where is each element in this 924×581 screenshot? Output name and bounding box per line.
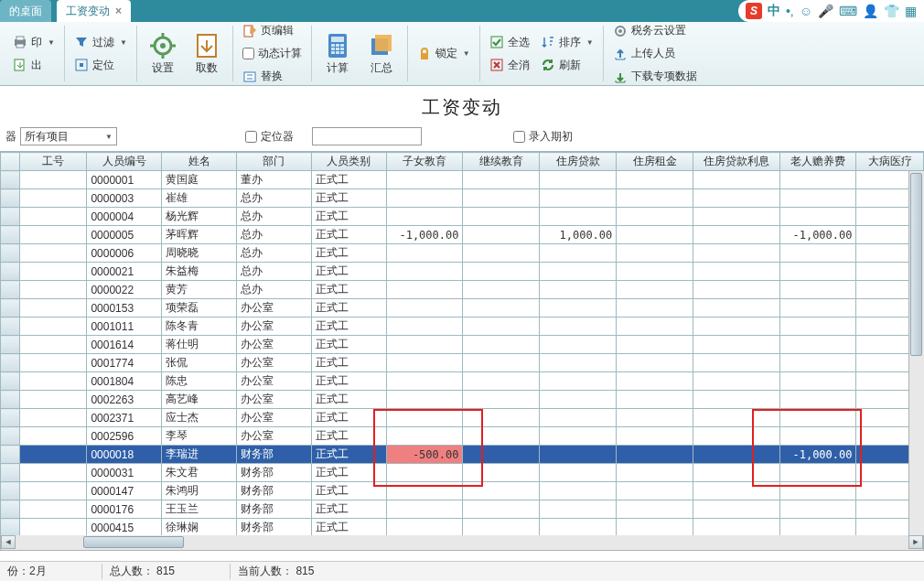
- table-row[interactable]: 0000001黄国庭董办正式工: [1, 171, 924, 189]
- status-bar: 份：2月 总人数： 815 当前人数： 815: [0, 561, 924, 581]
- svg-rect-29: [491, 37, 502, 48]
- svg-rect-18: [336, 44, 339, 47]
- svg-rect-14: [244, 72, 255, 81]
- svg-rect-16: [331, 37, 344, 42]
- table-row[interactable]: 0001011陈冬青办公室正式工: [1, 317, 924, 336]
- col-header[interactable]: 姓名: [162, 153, 237, 171]
- filter-row: 器 所有项目▼ 定位器 录入期初: [0, 125, 924, 151]
- col-header[interactable]: 子女教育: [386, 153, 463, 171]
- ime-mic-icon[interactable]: 🎤: [818, 4, 833, 18]
- table-row[interactable]: 0000147朱鸿明财务部正式工: [1, 482, 924, 500]
- sort-button[interactable]: 排序▼: [537, 33, 597, 52]
- col-header[interactable]: 住房租金: [617, 153, 693, 171]
- table-row[interactable]: 0000022黄芳总办正式工: [1, 281, 924, 299]
- vertical-scrollbar[interactable]: [908, 171, 924, 535]
- ime-shirt-icon[interactable]: 👕: [884, 4, 899, 18]
- col-header[interactable]: [1, 153, 20, 171]
- col-header[interactable]: 继续教育: [463, 153, 540, 171]
- svg-rect-1: [16, 37, 24, 40]
- svg-rect-5: [80, 63, 83, 67]
- locator-checkbox[interactable]: 定位器: [245, 129, 294, 145]
- ime-user-icon[interactable]: 👤: [863, 4, 878, 18]
- selall-button[interactable]: 全选: [486, 33, 533, 52]
- table-row[interactable]: 0000018李瑞进财务部正式工-500.00-1,000.00: [1, 446, 924, 464]
- tab-desktop[interactable]: 的桌面: [0, 0, 51, 22]
- table-row[interactable]: 0000003崔雄总办正式工: [1, 189, 924, 208]
- refresh-button[interactable]: 刷新: [537, 56, 597, 75]
- svg-point-32: [618, 29, 622, 33]
- svg-rect-17: [331, 44, 335, 47]
- ribbon: 印▼ 出 过滤▼ 定位 设置 取数 页编辑 动态计算 替换 计算 汇总 锁定▼ …: [0, 22, 924, 86]
- summary-button[interactable]: 汇总: [361, 29, 402, 78]
- item-combobox[interactable]: 所有项目▼: [20, 127, 117, 145]
- period-checkbox[interactable]: 录入期初: [513, 129, 573, 145]
- table-row[interactable]: 0000004杨光辉总办正式工: [1, 208, 924, 226]
- close-icon[interactable]: ×: [115, 5, 122, 17]
- svg-rect-23: [331, 51, 335, 54]
- ime-punct-icon[interactable]: •,: [786, 4, 794, 18]
- status-current: 当前人数： 815: [230, 564, 314, 579]
- export-button[interactable]: 出: [9, 56, 59, 75]
- svg-rect-27: [375, 35, 392, 51]
- locate-button[interactable]: 定位: [70, 56, 131, 75]
- table-row[interactable]: 0001774张侃办公室正式工: [1, 354, 924, 372]
- tax-button[interactable]: 税务云设置: [609, 21, 701, 40]
- calc-button[interactable]: 计算: [317, 29, 358, 78]
- table-row[interactable]: 0002371应士杰办公室正式工: [1, 409, 924, 427]
- status-month: 份：2月: [7, 564, 47, 579]
- settings-button[interactable]: 设置: [143, 29, 183, 78]
- table-row[interactable]: 0000021朱益梅总办正式工: [1, 263, 924, 281]
- print-button[interactable]: 印▼: [9, 33, 59, 52]
- dyncalc-checkbox[interactable]: 动态计算: [239, 44, 306, 63]
- status-total: 总人数： 815: [102, 564, 175, 579]
- ime-toolbar: S 中 •, ☺ 🎤 ⌨ 👤 👕 ▦: [738, 0, 924, 22]
- col-header[interactable]: 住房贷款利息: [693, 153, 779, 171]
- table-row[interactable]: 0000031朱文君财务部正式工: [1, 464, 924, 482]
- sogou-icon[interactable]: S: [746, 3, 762, 19]
- table-row[interactable]: 0002596李琴办公室正式工: [1, 427, 924, 446]
- svg-rect-25: [340, 51, 344, 54]
- col-header[interactable]: 部门: [236, 153, 311, 171]
- ime-grid-icon[interactable]: ▦: [905, 4, 917, 18]
- svg-rect-28: [421, 53, 428, 59]
- ime-emoji-icon[interactable]: ☺: [800, 4, 812, 18]
- table-row[interactable]: 0001614蒋仕明办公室正式工: [1, 336, 924, 354]
- fetch-button[interactable]: 取数: [187, 29, 227, 78]
- pageedit-button[interactable]: 页编辑: [239, 21, 306, 40]
- tab-salary-change[interactable]: 工资变动×: [57, 0, 131, 22]
- svg-rect-22: [340, 48, 344, 50]
- table-row[interactable]: 0000176王玉兰财务部正式工: [1, 500, 924, 519]
- table-row[interactable]: 0000006周晓晓总办正式工: [1, 244, 924, 263]
- col-header[interactable]: 工号: [19, 153, 86, 171]
- horizontal-scrollbar[interactable]: ◄►: [0, 535, 924, 551]
- svg-rect-20: [331, 48, 335, 50]
- selnone-button[interactable]: 全消: [486, 56, 533, 75]
- page-title: 工资变动: [0, 86, 924, 125]
- download-button[interactable]: 下载专项数据: [609, 67, 701, 86]
- col-header[interactable]: 老人赡养费: [779, 153, 856, 171]
- data-grid[interactable]: 工号人员编号姓名部门人员类别子女教育继续教育住房贷款住房租金住房贷款利息老人赡养…: [0, 151, 924, 535]
- tab-bar: 的桌面 工资变动× S 中 •, ☺ 🎤 ⌨ 👤 👕 ▦: [0, 0, 924, 22]
- ime-keyboard-icon[interactable]: ⌨: [839, 4, 857, 18]
- table-row[interactable]: 0002263高艺峰办公室正式工: [1, 391, 924, 409]
- svg-point-7: [160, 43, 166, 48]
- table-row[interactable]: 0000153项荣磊办公室正式工: [1, 299, 924, 317]
- filter-label-trunc: 器: [5, 129, 16, 145]
- locator-input[interactable]: [312, 127, 422, 145]
- filter-button[interactable]: 过滤▼: [70, 33, 131, 52]
- upload-button[interactable]: 上传人员: [609, 44, 701, 63]
- svg-rect-2: [16, 44, 24, 48]
- col-header[interactable]: 大病医疗: [856, 153, 924, 171]
- svg-rect-19: [340, 44, 344, 47]
- col-header[interactable]: 住房贷款: [540, 153, 617, 171]
- ime-zhong[interactable]: 中: [768, 3, 780, 19]
- svg-rect-21: [336, 48, 339, 50]
- col-header[interactable]: 人员类别: [311, 153, 386, 171]
- col-header[interactable]: 人员编号: [87, 153, 162, 171]
- replace-button[interactable]: 替换: [239, 67, 306, 86]
- table-row[interactable]: 0000415徐琳娴财务部正式工: [1, 519, 924, 537]
- svg-rect-24: [336, 51, 339, 54]
- table-row[interactable]: 0001804陈忠办公室正式工: [1, 372, 924, 391]
- lock-button[interactable]: 锁定▼: [414, 44, 474, 63]
- table-row[interactable]: 0000005茅晖辉总办正式工-1,000.001,000.00-1,000.0…: [1, 226, 924, 244]
